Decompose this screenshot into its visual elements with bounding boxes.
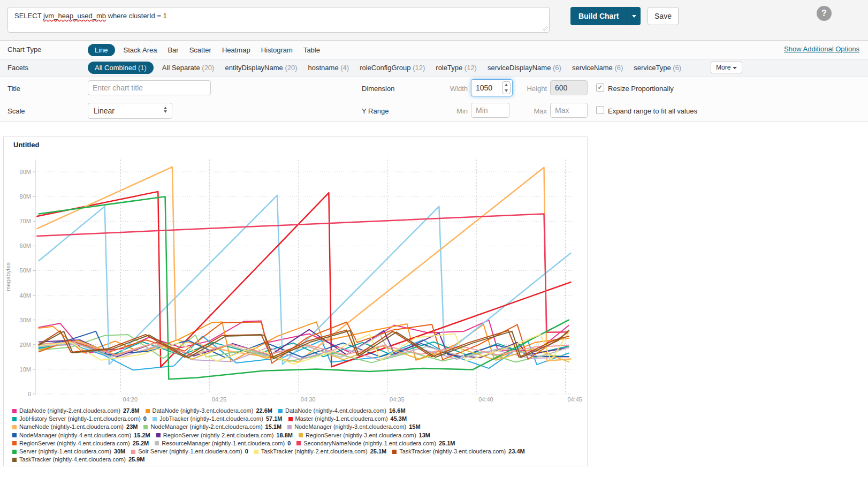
- facet-option[interactable]: serviceType (6): [634, 62, 681, 74]
- build-chart-dropdown-toggle[interactable]: [627, 7, 641, 25]
- svg-text:60M: 60M: [20, 242, 31, 249]
- query-input[interactable]: SELECT jvm_heap_used_mb where clusterId …: [7, 7, 550, 33]
- svg-text:10M: 10M: [20, 366, 31, 373]
- legend-series-name: DataNode (nightly-2.ent.cloudera.com): [19, 407, 120, 415]
- legend-series-value: 22.6M: [256, 407, 272, 415]
- chart-type-option[interactable]: Table: [303, 44, 320, 56]
- facet-option[interactable]: serviceDisplayName (6): [488, 62, 561, 74]
- legend-item: TaskTracker (nightly-2.ent.cloudera.com)…: [254, 448, 386, 456]
- legend-item: NodeManager (nightly-3.ent.cloudera.com)…: [287, 423, 421, 431]
- build-chart-label: Build Chart: [570, 7, 627, 25]
- legend-item: Master (nightly-1.ent.cloudera.com)45.3M: [288, 415, 407, 423]
- facet-count: (6): [673, 64, 681, 72]
- facet-count: (12): [465, 64, 477, 72]
- facet-name: All Separate: [162, 64, 200, 72]
- y-range-label: Y Range: [362, 107, 389, 115]
- legend-item: RegionServer (nightly-4.ent.cloudera.com…: [12, 439, 149, 448]
- legend-series-name: RegionServer (nightly-2.ent.cloudera.com…: [163, 431, 274, 439]
- chart-title-input[interactable]: [88, 80, 211, 95]
- facet-count: (12): [413, 64, 425, 72]
- legend-swatch: [278, 409, 283, 413]
- select-updown-icon: [164, 107, 167, 113]
- chart-builder-screen: SELECT jvm_heap_used_mb where clusterId …: [0, 0, 868, 485]
- legend-series-value: 57.1M: [266, 415, 283, 423]
- y-max-input[interactable]: [550, 103, 588, 118]
- legend-series-name: ResourceManager (nightly-1.ent.cloudera.…: [162, 439, 285, 448]
- width-label: Width: [417, 85, 468, 93]
- expand-range-checkbox[interactable]: [596, 106, 604, 114]
- legend-item: RegionServer (nightly-2.ent.cloudera.com…: [156, 431, 293, 439]
- chart-type-options: LineStack AreaBarScatterHeatmapHistogram…: [88, 41, 331, 59]
- legend-item: TaskTracker (nightly-3.ent.cloudera.com)…: [392, 448, 524, 456]
- facet-name: entityDisplayName: [225, 64, 283, 72]
- legend-series-name: Server (nightly-1.ent.cloudera.com): [19, 448, 111, 456]
- legend-swatch: [12, 425, 17, 429]
- chart-type-option[interactable]: Line: [88, 44, 115, 56]
- svg-text:0: 0: [28, 391, 31, 397]
- scale-select[interactable]: Linear: [88, 103, 172, 119]
- textarea-resize-handle[interactable]: [543, 26, 548, 31]
- legend-item: Server (nightly-1.ent.cloudera.com)30M: [12, 448, 125, 456]
- legend-swatch: [288, 417, 293, 421]
- legend-series-name: TaskTracker (nightly-3.ent.cloudera.com): [399, 448, 506, 456]
- legend-series-value: 15M: [409, 423, 420, 431]
- legend-item: RegionServer (nightly-3.ent.cloudera.com…: [299, 431, 430, 439]
- chart-type-option[interactable]: Heatmap: [222, 44, 250, 56]
- facet-option[interactable]: All Separate (20): [162, 62, 215, 74]
- legend-item: NodeManager (nightly-2.ent.cloudera.com)…: [143, 423, 281, 431]
- svg-text:04:35: 04:35: [390, 396, 405, 403]
- chart-type-option[interactable]: Bar: [167, 44, 178, 56]
- scale-label: Scale: [7, 107, 25, 115]
- facet-option[interactable]: entityDisplayName (20): [225, 62, 297, 74]
- legend-item: JobHistory Server (nightly-1.ent.clouder…: [12, 415, 147, 423]
- legend-series-value: 13M: [419, 431, 430, 439]
- legend-series-value: 25.9M: [128, 456, 145, 464]
- legend-item: SecondaryNameNode (nightly-1.ent.clouder…: [296, 439, 455, 448]
- scale-select-value: Linear: [94, 107, 115, 115]
- svg-text:04:20: 04:20: [123, 396, 138, 403]
- show-additional-options-link[interactable]: Show Additional Options: [784, 45, 859, 53]
- y-min-input[interactable]: [471, 103, 509, 118]
- facet-count: (6): [553, 64, 561, 72]
- legend-item: JobTracker (nightly-1.ent.cloudera.com)5…: [153, 415, 283, 423]
- legend-series-value: 0: [143, 415, 147, 423]
- legend-series-value: 18.8M: [276, 431, 293, 439]
- chart-type-option[interactable]: Stack Area: [124, 44, 157, 56]
- chart-type-option[interactable]: Histogram: [261, 44, 293, 56]
- legend-series-name: NodeManager (nightly-3.ent.cloudera.com): [294, 423, 406, 431]
- help-icon[interactable]: ?: [817, 6, 832, 21]
- facet-option[interactable]: roleType (12): [436, 62, 477, 74]
- height-input: [550, 80, 588, 95]
- legend-series-value: 15.1M: [265, 423, 282, 431]
- resize-proportionally-label: Resize Proportionally: [608, 85, 674, 93]
- chart-legend: DataNode (nightly-2.ent.cloudera.com)27.…: [12, 407, 577, 464]
- legend-swatch: [12, 458, 17, 462]
- legend-swatch: [155, 441, 159, 445]
- legend-series-name: TaskTracker (nightly-2.ent.cloudera.com): [261, 448, 368, 456]
- legend-swatch: [131, 450, 135, 454]
- legend-swatch: [143, 425, 148, 429]
- legend-series-value: 0: [287, 439, 291, 448]
- save-button[interactable]: Save: [648, 7, 679, 25]
- legend-swatch: [392, 450, 397, 454]
- resize-proportionally-checkbox[interactable]: [596, 84, 604, 92]
- line-chart-plot[interactable]: 010M20M30M40M50M60M70M80M90M04:2004:2504…: [4, 152, 587, 407]
- facet-option[interactable]: All Combined (1): [88, 62, 154, 74]
- chart-type-label: Chart Type: [7, 46, 41, 54]
- facet-option[interactable]: hostname (4): [308, 62, 349, 74]
- legend-series-value: 25.1M: [439, 439, 455, 448]
- svg-text:90M: 90M: [20, 169, 31, 175]
- legend-series-value: 16.6M: [389, 407, 406, 415]
- dimension-label: Dimension: [362, 85, 394, 93]
- more-label: More: [716, 64, 730, 71]
- query-prefix: SELECT: [14, 12, 43, 20]
- legend-series-name: RegionServer (nightly-3.ent.cloudera.com…: [306, 431, 416, 439]
- facet-option[interactable]: serviceName (6): [572, 62, 623, 74]
- legend-series-name: RegionServer (nightly-4.ent.cloudera.com…: [19, 439, 130, 448]
- facet-option[interactable]: roleConfigGroup (12): [360, 62, 425, 74]
- legend-item: ResourceManager (nightly-1.ent.cloudera.…: [155, 439, 291, 448]
- max-label: Max: [506, 107, 547, 115]
- chart-type-option[interactable]: Scatter: [189, 44, 211, 56]
- more-facets-button[interactable]: More: [711, 62, 742, 73]
- build-chart-button[interactable]: Build Chart: [570, 7, 641, 25]
